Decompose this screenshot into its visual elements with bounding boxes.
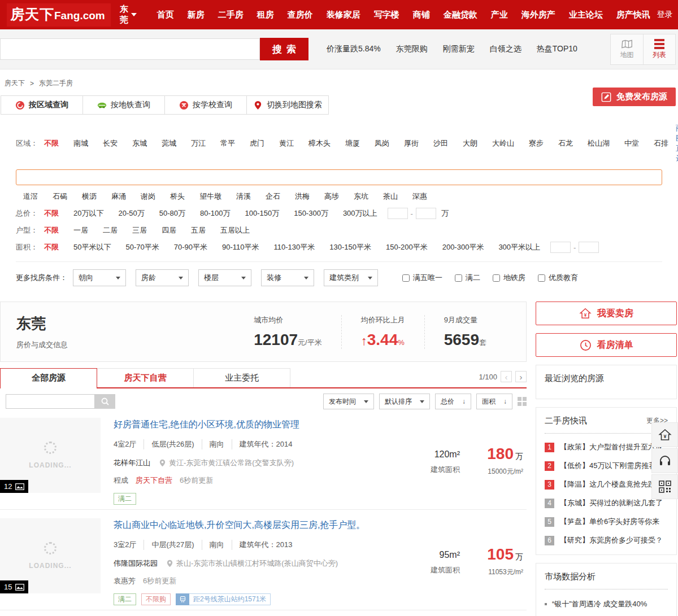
site-logo[interactable]: 房天下 Fang.com <box>7 3 111 27</box>
community-link[interactable]: 花样年江山 <box>114 458 150 468</box>
region-option[interactable]: 横沥 <box>82 191 97 202</box>
search-button[interactable]: 搜索 <box>260 38 308 60</box>
nav-item[interactable]: 房产快讯 <box>610 10 657 20</box>
nav-item[interactable]: 海外房产 <box>515 10 562 20</box>
layout-option[interactable]: 四居 <box>162 225 176 235</box>
news-item[interactable]: 3 【降温】这几个楼盘竟抢先跌价 <box>545 479 668 490</box>
watchlist-button[interactable]: 看房清单 <box>536 333 677 357</box>
nav-item[interactable]: 业主论坛 <box>562 10 610 20</box>
region-option[interactable]: 寮步 <box>529 138 544 148</box>
prev-page-button[interactable]: ‹ <box>501 371 512 382</box>
listing-tab[interactable]: 房天下自营 <box>97 368 194 387</box>
area-max-input[interactable] <box>579 242 599 253</box>
listing-photo[interactable]: LOADING... 12 <box>0 418 101 493</box>
filter-dropdown[interactable]: 朝向 <box>73 269 126 286</box>
market-item[interactable]: “银十”首周遇冷 成交量跌40% <box>545 599 668 609</box>
login-link[interactable]: 登录 <box>657 10 673 20</box>
default-sort-dropdown[interactable]: 默认排序 <box>379 394 430 409</box>
map-view-button[interactable]: 地图 <box>611 34 643 64</box>
region-option[interactable]: 石龙 <box>558 138 573 148</box>
filter-dropdown[interactable]: 楼层 <box>198 269 251 286</box>
community-link[interactable]: 伟隆国际花园 <box>114 558 158 569</box>
region-option[interactable]: 长安 <box>103 138 118 148</box>
customer-service-shortcut[interactable] <box>651 448 678 473</box>
sell-house-button[interactable]: ¥ 我要卖房 <box>536 302 677 325</box>
price-option[interactable]: 150-300万 <box>294 208 328 219</box>
listing-title[interactable]: 茶山商业中心临近地铁,升价空间大,高楼层实用三房,抢手户型。 <box>114 519 365 531</box>
nav-item[interactable]: 二手房 <box>211 10 250 20</box>
publish-listing-button[interactable]: 免费发布房源 <box>593 88 676 106</box>
nav-item[interactable]: 产业 <box>484 10 515 20</box>
region-option[interactable]: 松山湖 <box>588 138 610 148</box>
region-option[interactable]: 常平 <box>220 138 235 148</box>
region-option[interactable]: 虎门 <box>250 138 264 148</box>
nav-item[interactable]: 查房价 <box>281 10 320 20</box>
checkbox-input[interactable] <box>455 274 462 282</box>
region-option[interactable]: 大朗 <box>463 138 477 148</box>
region-option[interactable]: 樟木头 <box>308 138 331 148</box>
area-option[interactable]: 200-300平米 <box>442 242 484 252</box>
region-option[interactable]: 石碣 <box>53 191 67 202</box>
area-unlimited[interactable]: 不限 <box>44 242 59 252</box>
hot-link[interactable]: 白领之选 <box>490 44 521 54</box>
layout-option[interactable]: 一居 <box>73 225 88 235</box>
list-view-button[interactable]: 列表 <box>643 34 675 64</box>
query-tab[interactable]: 按学校查询 <box>164 95 247 115</box>
filter-checkbox[interactable]: 地铁房 <box>493 273 525 283</box>
query-tab[interactable]: 按区域查询 <box>1 95 83 115</box>
layout-option[interactable]: 二居 <box>103 225 118 235</box>
price-min-input[interactable] <box>388 208 408 219</box>
listing-title[interactable]: 好房普通住宅,绝佳的小区环境,优质的物业管理 <box>114 419 299 431</box>
area-option[interactable]: 110-130平米 <box>273 242 315 252</box>
region-option[interactable]: 企石 <box>266 191 280 202</box>
price-option[interactable]: 300万以上 <box>343 208 377 219</box>
listing-tab[interactable]: 业主委托 <box>193 368 290 387</box>
sort-by-price-button[interactable]: 总价 ↓ <box>435 394 471 409</box>
filter-checkbox[interactable]: 优质教育 <box>538 273 578 283</box>
filter-checkbox[interactable]: 满五唯一 <box>402 273 442 283</box>
price-option[interactable]: 20万以下 <box>73 208 103 219</box>
region-option[interactable]: 万江 <box>191 138 206 148</box>
next-page-button[interactable]: › <box>515 371 527 382</box>
filter-dropdown[interactable]: 房龄 <box>136 269 189 286</box>
region-option[interactable]: 沙田 <box>433 138 448 148</box>
layout-option[interactable]: 三居 <box>132 225 147 235</box>
region-option[interactable]: 深惠 <box>412 191 427 202</box>
region-option[interactable]: 东坑 <box>354 191 368 202</box>
area-min-input[interactable] <box>550 242 571 253</box>
hot-link[interactable]: 价涨量跌5.84% <box>327 44 381 54</box>
hot-link[interactable]: 刚需新宠 <box>443 44 475 54</box>
price-option[interactable]: 100-150万 <box>245 208 279 219</box>
region-option[interactable]: 高埗 <box>324 191 339 202</box>
publish-time-dropdown[interactable]: 发布时间 <box>323 394 374 409</box>
region-option[interactable]: 东城 <box>132 138 147 148</box>
area-option[interactable]: 300平米以上 <box>498 242 540 252</box>
layout-option[interactable]: 五居 <box>191 225 206 235</box>
region-option[interactable]: 大岭山 <box>492 138 514 148</box>
nav-item[interactable]: 金融贷款 <box>437 10 484 20</box>
nav-item[interactable]: 写字楼 <box>367 10 406 20</box>
area-option[interactable]: 50-70平米 <box>125 242 159 252</box>
region-option[interactable]: 谢岗 <box>141 191 155 202</box>
region-option[interactable]: 桥头 <box>170 191 185 202</box>
checkbox-input[interactable] <box>538 274 545 282</box>
price-option[interactable]: 80-100万 <box>200 208 230 219</box>
nav-item[interactable]: 租房 <box>250 10 281 20</box>
region-option[interactable]: 塘厦 <box>345 138 360 148</box>
query-tab[interactable]: 按地铁查询 <box>82 95 165 115</box>
region-option[interactable]: 南城 <box>73 138 88 148</box>
nav-item[interactable]: 首页 <box>150 10 181 20</box>
news-item[interactable]: 4 【东城】买得过的就剩这几套了 <box>545 498 668 508</box>
filter-checkbox[interactable]: 满二 <box>455 273 480 283</box>
area-option[interactable]: 130-150平米 <box>329 242 371 252</box>
region-option[interactable]: 清溪 <box>236 191 251 202</box>
filter-dropdown[interactable]: 建筑类别 <box>324 269 378 286</box>
region-option[interactable]: 麻涌 <box>111 191 126 202</box>
region-option[interactable]: 中堂 <box>624 138 639 148</box>
region-unlimited[interactable]: 不限 <box>44 138 59 148</box>
region-option[interactable]: 黄江 <box>279 138 294 148</box>
checkbox-input[interactable] <box>402 274 410 282</box>
filter-dropdown[interactable]: 装修 <box>261 269 314 286</box>
area-option[interactable]: 90-110平米 <box>222 242 259 252</box>
news-item[interactable]: 5 【笋盘】单价6字头好房等你来 <box>545 517 668 527</box>
